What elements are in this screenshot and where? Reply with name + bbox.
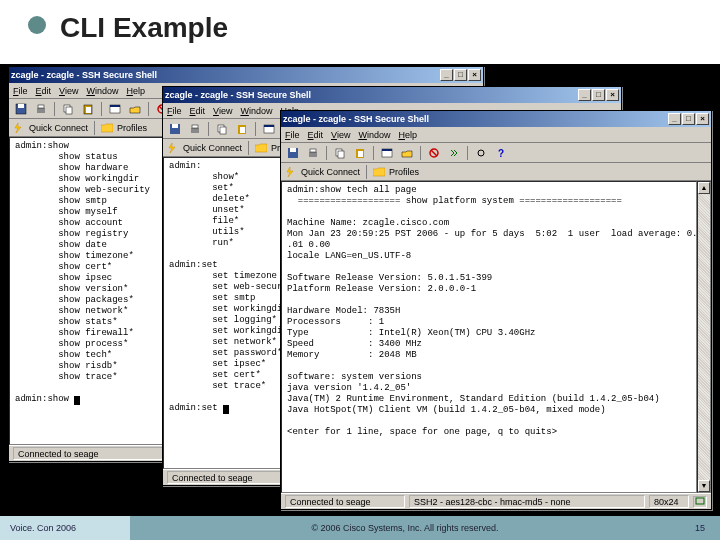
window-title: zcagle - zcagle - SSH Secure Shell xyxy=(165,90,577,100)
paste-icon[interactable] xyxy=(233,121,251,137)
cursor-block xyxy=(223,405,229,414)
menu-help[interactable]: Help xyxy=(126,86,145,96)
svg-rect-18 xyxy=(192,125,198,128)
close-button[interactable]: × xyxy=(696,113,709,125)
footer-left: Voice. Con 2006 xyxy=(0,523,130,533)
slide-footer: Voice. Con 2006 © 2006 Cisco Systems, In… xyxy=(0,516,720,540)
svg-rect-2 xyxy=(37,108,45,113)
minimize-button[interactable]: _ xyxy=(668,113,681,125)
slide-header: CLI Example xyxy=(0,0,720,64)
scrollbar[interactable]: ▲▼ xyxy=(697,181,711,493)
status-cipher: SSH2 - aes128-cbc - hmac-md5 - none xyxy=(409,495,645,508)
titlebar[interactable]: zcagle - zcagle - SSH Secure Shell _ □ × xyxy=(281,111,711,127)
folder-icon xyxy=(101,123,113,133)
svg-text:?: ? xyxy=(498,148,504,159)
menu-help[interactable]: Help xyxy=(398,130,417,140)
svg-rect-38 xyxy=(382,149,392,151)
quick-connect-button[interactable]: Quick Connect xyxy=(183,143,242,153)
menu-window[interactable]: Window xyxy=(358,130,390,140)
terminal-output[interactable]: admin:show tech all page ===============… xyxy=(281,181,697,493)
slide: CLI Example zcagle - zcagle - SSH Secure… xyxy=(0,0,720,540)
maximize-button[interactable]: □ xyxy=(682,113,695,125)
help-icon[interactable]: ? xyxy=(492,145,510,161)
folder-icon xyxy=(255,143,267,153)
menu-view[interactable]: View xyxy=(213,106,232,116)
menu-edit[interactable]: Edit xyxy=(190,106,206,116)
maximize-button[interactable]: □ xyxy=(454,69,467,81)
titlebar[interactable]: zcagle - zcagle - SSH Secure Shell _ □ × xyxy=(163,87,621,103)
svg-rect-22 xyxy=(240,127,245,133)
svg-rect-9 xyxy=(110,105,120,107)
copy-icon[interactable] xyxy=(331,145,349,161)
minimize-button[interactable]: _ xyxy=(440,69,453,81)
print-icon[interactable] xyxy=(186,121,204,137)
profiles-button[interactable]: Profiles xyxy=(117,123,147,133)
connect-icon[interactable] xyxy=(445,145,463,161)
copy-icon[interactable] xyxy=(59,101,77,117)
disconnect-icon[interactable] xyxy=(425,145,443,161)
lightning-icon xyxy=(285,167,297,177)
svg-rect-30 xyxy=(290,148,296,152)
cursor-block xyxy=(74,396,80,405)
svg-rect-5 xyxy=(66,107,72,114)
profiles-button[interactable]: Profiles xyxy=(389,167,419,177)
status-text: Connected to seage xyxy=(285,495,405,508)
print-icon[interactable] xyxy=(32,101,50,117)
menu-window[interactable]: Window xyxy=(240,106,272,116)
paste-icon[interactable] xyxy=(351,145,369,161)
svg-rect-3 xyxy=(38,105,44,108)
svg-rect-32 xyxy=(310,149,316,152)
page-title: CLI Example xyxy=(60,12,228,44)
copy-icon[interactable] xyxy=(213,121,231,137)
menu-file[interactable]: File xyxy=(167,106,182,116)
close-button[interactable]: × xyxy=(606,89,619,101)
svg-rect-16 xyxy=(172,124,178,128)
folder-icon xyxy=(373,167,385,177)
save-icon[interactable] xyxy=(284,145,302,161)
window-title: zcagle - zcagle - SSH Secure Shell xyxy=(283,114,667,124)
svg-rect-24 xyxy=(264,125,274,127)
sftp-icon[interactable] xyxy=(126,101,144,117)
numlock-icon xyxy=(693,496,707,508)
lightning-icon xyxy=(167,143,179,153)
scroll-up-icon[interactable]: ▲ xyxy=(698,182,710,194)
paste-icon[interactable] xyxy=(79,101,97,117)
svg-point-41 xyxy=(478,150,484,156)
close-button[interactable]: × xyxy=(468,69,481,81)
svg-rect-20 xyxy=(220,127,226,134)
svg-rect-43 xyxy=(696,498,704,504)
status-dims: 80x24 xyxy=(649,495,689,508)
menu-file[interactable]: File xyxy=(285,130,300,140)
save-icon[interactable] xyxy=(12,101,30,117)
workspace: zcagle - zcagle - SSH Secure Shell _ □ ×… xyxy=(4,64,716,514)
new-terminal-icon[interactable] xyxy=(106,101,124,117)
menu-edit[interactable]: Edit xyxy=(308,130,324,140)
footer-center: © 2006 Cisco Systems, Inc. All rights re… xyxy=(130,523,680,533)
menubar: File Edit View Window Help xyxy=(281,127,711,143)
connect-bar: Quick Connect Profiles xyxy=(281,163,711,181)
save-icon[interactable] xyxy=(166,121,184,137)
titlebar[interactable]: zcagle - zcagle - SSH Secure Shell _ □ × xyxy=(9,67,483,83)
quick-connect-button[interactable]: Quick Connect xyxy=(29,123,88,133)
svg-rect-31 xyxy=(309,152,317,157)
svg-rect-36 xyxy=(358,151,363,157)
lightning-icon xyxy=(13,123,25,133)
svg-rect-34 xyxy=(338,151,344,158)
menu-view[interactable]: View xyxy=(59,86,78,96)
menu-edit[interactable]: Edit xyxy=(36,86,52,96)
statusbar: Connected to seage SSH2 - aes128-cbc - h… xyxy=(281,493,711,509)
settings-icon[interactable] xyxy=(472,145,490,161)
minimize-button[interactable]: _ xyxy=(578,89,591,101)
menu-window[interactable]: Window xyxy=(86,86,118,96)
sftp-icon[interactable] xyxy=(398,145,416,161)
ssh-window-tech[interactable]: zcagle - zcagle - SSH Secure Shell _ □ ×… xyxy=(280,110,712,510)
scroll-down-icon[interactable]: ▼ xyxy=(698,480,710,492)
new-terminal-icon[interactable] xyxy=(260,121,278,137)
new-terminal-icon[interactable] xyxy=(378,145,396,161)
window-title: zcagle - zcagle - SSH Secure Shell xyxy=(11,70,439,80)
print-icon[interactable] xyxy=(304,145,322,161)
maximize-button[interactable]: □ xyxy=(592,89,605,101)
menu-file[interactable]: FFileile xyxy=(13,86,28,96)
menu-view[interactable]: View xyxy=(331,130,350,140)
quick-connect-button[interactable]: Quick Connect xyxy=(301,167,360,177)
